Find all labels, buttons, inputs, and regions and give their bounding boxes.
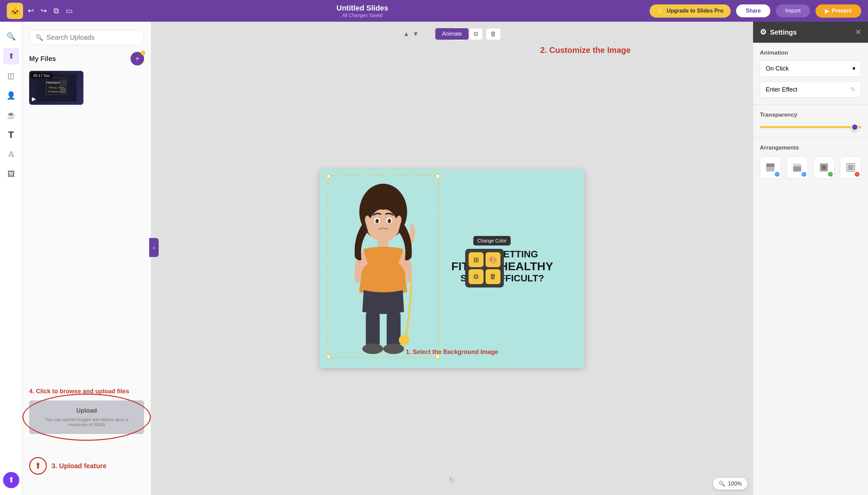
on-click-dropdown[interactable]: On Click ▾ [760,61,861,76]
settings-gear-icon: ⚙ [760,28,767,37]
my-files-label: My Files [29,55,56,63]
sidebar-icon-badge[interactable]: 𝔸 [3,147,19,163]
svg-rect-10 [366,309,380,348]
slide-down-button[interactable]: ▼ [413,31,419,38]
logo-area: 🐱 ↩ ↪ ⧉ ▭ [7,3,75,19]
arrangements-section: Arrangements + + [753,138,868,185]
arrange-button-2[interactable]: + [787,157,808,178]
sidebar-icon-templates[interactable]: ◫ [3,68,19,84]
logo-icon[interactable]: 🐱 [7,3,23,19]
topbar: 🐱 ↩ ↪ ⧉ ▭ Untitled Slides All Changes Sa… [0,0,868,22]
document-title: Untitled Slides [80,4,644,13]
transparency-section: Transparency [753,105,868,137]
character-figure [333,180,433,362]
settings-panel: ⚙ Settings ✕ Animation On Click ▾ Enter … [753,22,868,495]
add-file-button[interactable]: + [131,52,144,65]
title-area: Untitled Slides All Changes Saved [80,4,644,18]
svg-point-20 [399,335,409,345]
slide-bottom-text: 1. Select the Background Image [406,348,498,356]
add-file-badge [141,51,146,55]
slide-up-button[interactable]: ▲ [403,31,409,38]
arrangements-row: + + + [760,157,861,178]
arrange-button-1[interactable]: + [760,157,781,178]
sidebar-icon-people[interactable]: 👤 [3,87,19,104]
upload-label-annotation: 4. Click to browse and upload files Uplo… [29,388,144,434]
transparency-thumb[interactable] [851,123,858,131]
svg-rect-6 [61,88,66,93]
enter-effect-edit-icon[interactable]: ✎ [850,86,855,93]
arrange-icon-1 [765,162,776,173]
zoom-level: 100% [728,481,742,487]
context-move-button[interactable]: ⊞ [469,252,483,267]
on-click-label: On Click [766,65,789,72]
svg-rect-32 [848,165,853,170]
upload-feature-label: 3. Upload feature [52,462,106,470]
arrange-dot-4: + [855,172,860,177]
upgrade-button[interactable]: ⭐ Upgrade to Slides Pro [650,4,731,18]
sidebar-icon-cup[interactable]: ☕ [3,107,19,123]
context-settings-button[interactable]: ⚙ [469,269,483,284]
delete-element-button[interactable]: 🗑 [486,28,501,40]
arrange-dot-2: + [802,172,806,177]
enter-effect-row: Enter Effect ✎ [760,81,861,98]
my-files-row: My Files + [29,52,144,65]
context-menu: Change Color ⊞ 🎨 ⚙ 🗑 [465,249,504,288]
svg-point-19 [389,220,390,221]
search-input[interactable] [47,34,138,41]
arrange-icon-3 [818,162,829,173]
svg-rect-23 [766,167,775,172]
svg-point-18 [377,220,378,221]
slide-top-annotation: 2. Customize the Image [540,46,631,55]
collapse-panel-button[interactable]: ‹ [149,238,159,257]
document-subtitle: All Changes Saved [80,13,644,18]
context-delete-button[interactable]: 🗑 [486,269,500,284]
upload-box[interactable]: Upload You can upload images and videos … [29,400,144,434]
copy-button[interactable]: ⧉ [52,4,61,17]
sidebar-icon-image[interactable]: 🖼 [3,166,19,183]
sidebar-icon-text[interactable]: T [3,127,19,143]
arrange-dot-3: + [828,172,833,177]
settings-close-button[interactable]: ✕ [855,28,861,37]
redo-button[interactable]: ↪ [39,4,49,17]
copy-element-button[interactable]: ⧉ [469,28,482,40]
slide-container[interactable]: DOES GETTING FIT AND HEALTHY SEEM DIFFIC… [320,170,584,368]
canvas-area: ▲ ▼ Animate + ⧉ 🗑 2. Customize the Image [151,22,753,495]
sidebar-icon-search[interactable]: 🔍 [3,29,19,45]
search-icon: 🔍 [36,34,43,41]
upload-button-text: Upload [36,407,137,414]
click-to-browse-label: 4. Click to browse and upload files [29,388,144,395]
share-button[interactable]: Share [736,4,770,17]
present-alt-button[interactable]: ▭ [64,4,75,17]
zoom-icon: 🔍 [718,480,725,487]
play-icon: ▶ [825,8,829,14]
undo-button[interactable]: ↩ [26,4,36,17]
upload-feature-circle: ⬆ [29,457,47,475]
arrange-button-4[interactable]: + [840,157,861,178]
upload-hint: You can upload images and videos up to a… [36,417,137,427]
sidebar-icon-upload-bottom[interactable]: ⬆ [3,472,19,488]
video-preview-svg: PRESENTING! THE ALL-NEW FITNESS APP! [36,74,76,101]
context-color-button[interactable]: 🎨 [486,252,500,267]
arrangements-label: Arrangements [760,144,861,151]
transparency-label: Transparency [760,112,861,118]
transparency-track [760,126,861,128]
transparency-slider-wrap[interactable] [760,124,861,131]
change-color-tooltip: Change Color [473,236,511,245]
star-icon: ⭐ [657,8,664,14]
character-svg [333,180,433,362]
animate-button[interactable]: Animate [435,28,469,40]
settings-title: Settings [770,29,797,36]
video-thumbnail[interactable]: PRESENTING! THE ALL-NEW FITNESS APP! 00:… [29,71,83,105]
sidebar-icon-upload[interactable]: ⬆ [3,48,19,64]
present-button[interactable]: ▶ Present [815,4,861,18]
enter-effect-label: Enter Effect [766,86,798,93]
arrange-button-3[interactable]: + [813,157,835,178]
upload-panel: 🔍 My Files + PRESENTING! THE ALL-NEW FIT… [22,22,151,495]
arrange-icon-2 [792,162,803,173]
settings-header: ⚙ Settings ✕ [753,22,868,43]
svg-rect-11 [387,309,401,348]
svg-rect-5 [60,79,66,86]
import-button[interactable]: Import [776,4,810,17]
video-play-icon: ▶ [32,96,36,102]
dropdown-chevron-icon: ▾ [852,65,855,72]
